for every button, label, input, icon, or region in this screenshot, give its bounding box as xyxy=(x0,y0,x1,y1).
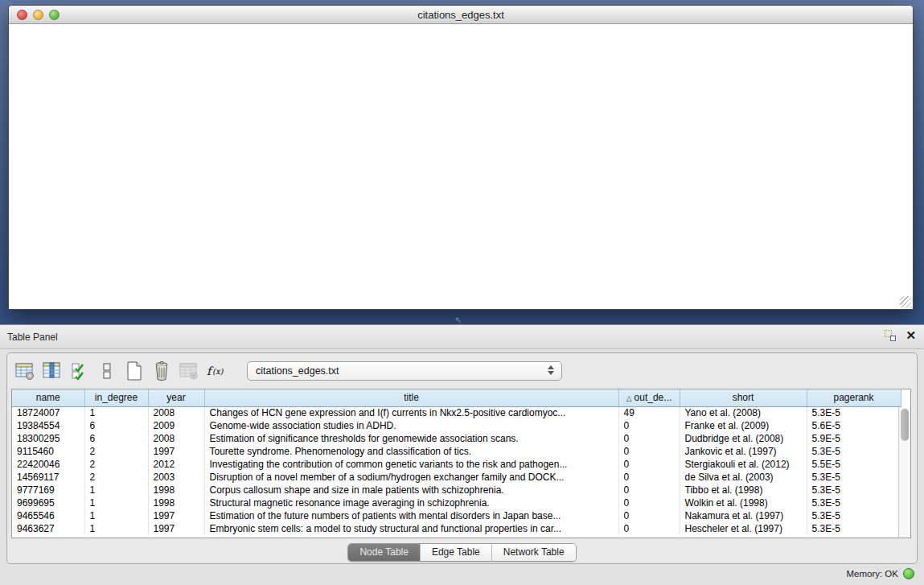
close-panel-icon[interactable]: ✕ xyxy=(906,330,916,341)
table-cell: Franke et al. (2009) xyxy=(680,419,807,432)
table-row[interactable]: 1456911722003Disruption of a novel membe… xyxy=(12,471,901,484)
table-source-dropdown[interactable]: citations_edges.txt xyxy=(247,361,562,381)
table-cell: Corpus callosum shape and size in male p… xyxy=(204,484,618,496)
new-table-icon[interactable] xyxy=(123,360,146,382)
table-row[interactable]: 969969511998Structural magnetic resonanc… xyxy=(12,496,901,509)
resize-grip[interactable] xyxy=(900,296,911,307)
table-cell: Dudbridge et al. (2008) xyxy=(680,432,807,445)
table-cell: 0 xyxy=(618,509,680,522)
table-cell: 9463627 xyxy=(12,522,84,535)
table-cell: 1998 xyxy=(148,484,204,496)
table-row[interactable]: 1872400712008Changes of HCN gene express… xyxy=(12,406,901,419)
svg-text:(x): (x) xyxy=(212,367,224,376)
table-cell: 2003 xyxy=(148,471,204,484)
table-cell: 2 xyxy=(84,458,148,471)
network-view[interactable] xyxy=(9,24,913,309)
table-row[interactable]: 2242004622012Investigating the contribut… xyxy=(12,458,901,471)
table-cell: Changes of HCN gene expression and I(f) … xyxy=(204,406,618,419)
table-cell: 0 xyxy=(618,432,680,445)
table-cell: 1 xyxy=(84,496,148,509)
table-cell: 6 xyxy=(84,432,148,445)
tab-node-table[interactable]: Node Table xyxy=(348,544,420,561)
table-settings-icon[interactable] xyxy=(14,360,36,382)
table-toolbar: f(x)citations_edges.txt xyxy=(7,353,917,389)
table-cell: 5.3E-5 xyxy=(807,445,901,458)
table-cell: Tourette syndrome. Phenomenology and cla… xyxy=(204,445,618,458)
table-cell: Tibbo et al. (1998) xyxy=(680,484,807,496)
table-cell: Structural magnetic resonance image aver… xyxy=(204,496,618,509)
tab-edge-table[interactable]: Edge Table xyxy=(420,544,491,561)
table-row[interactable]: 1938455462009Genome-wide association stu… xyxy=(12,419,901,432)
network-window[interactable]: citations_edges.txt xyxy=(8,5,914,310)
table-cell: Wolkin et al. (1998) xyxy=(680,496,807,509)
select-rows-icon[interactable] xyxy=(68,360,91,382)
table-cell: Yano et al. (2008) xyxy=(680,406,807,419)
table-cell: 2 xyxy=(84,471,148,484)
table-cell: Embryonic stem cells: a model to study s… xyxy=(204,522,618,535)
table-cell: Estimation of significance thresholds fo… xyxy=(204,432,618,445)
table-cell: 0 xyxy=(618,471,680,484)
table-cell: 0 xyxy=(618,484,680,496)
table-cell: 1 xyxy=(84,522,148,535)
table-cell: 5.3E-5 xyxy=(807,484,901,496)
delete-table-disabled-icon[interactable] xyxy=(178,360,200,382)
float-window-icon[interactable] xyxy=(885,330,896,341)
table-cell: Nakamura et al. (1997) xyxy=(680,509,807,522)
table-panel-body: f(x)citations_edges.txt namein_degreeyea… xyxy=(6,352,918,564)
table-cell: 5.5E-5 xyxy=(807,458,901,471)
column-header-pagerank[interactable]: pagerank xyxy=(807,389,901,406)
select-column-icon[interactable] xyxy=(41,360,64,382)
column-header-title[interactable]: title xyxy=(204,389,618,406)
table-cell: 2009 xyxy=(148,419,204,432)
table-cell: 0 xyxy=(618,445,680,458)
function-builder-icon[interactable]: f(x) xyxy=(205,360,228,382)
table-cell: Investigating the contribution of common… xyxy=(204,458,618,471)
table-cell: 9777169 xyxy=(12,484,84,496)
table-cell: 9115460 xyxy=(12,445,84,458)
table-cell: 1998 xyxy=(148,496,204,509)
table-cell: 0 xyxy=(618,419,680,432)
table-scrollbar-thumb[interactable] xyxy=(901,409,909,441)
table-cell: 5.3E-5 xyxy=(807,471,901,484)
table-cell: de Silva et al. (2003) xyxy=(680,471,807,484)
table-cell: 19384554 xyxy=(12,419,84,432)
table-scrollbar[interactable] xyxy=(898,407,910,538)
table-cell: 1 xyxy=(84,509,148,522)
delete-trash-icon[interactable] xyxy=(150,360,173,382)
column-header-year[interactable]: year xyxy=(148,389,204,406)
table-cell: 9465546 xyxy=(12,509,84,522)
table-row[interactable]: 946362711997Embryonic stem cells: a mode… xyxy=(12,522,901,535)
column-header-in-degree[interactable]: in_degree xyxy=(84,389,148,406)
table-cell: 1 xyxy=(84,484,148,496)
table-tabs: Node TableEdge TableNetwork Table xyxy=(347,543,576,562)
table-row[interactable]: 946554611997Estimation of the future num… xyxy=(12,509,901,522)
column-header-out-de-[interactable]: △out_de... xyxy=(618,389,680,406)
table-cell: 6 xyxy=(84,419,148,432)
table-cell: 18300295 xyxy=(12,432,84,445)
table-row[interactable]: 911546021997Tourette syndrome. Phenomeno… xyxy=(12,445,901,458)
dropdown-stepper-icon xyxy=(548,365,554,375)
table-panel-title: Table Panel xyxy=(7,332,58,343)
table-panel: Table Panel ✕ f(x)citations_edges.txt na… xyxy=(0,324,924,585)
table-row[interactable]: 977716911998Corpus callosum shape and si… xyxy=(12,484,901,496)
memory-status-label: Memory: OK xyxy=(846,569,898,579)
table-cell: Hescheler et al. (1997) xyxy=(680,522,807,535)
tab-network-table[interactable]: Network Table xyxy=(491,544,576,561)
column-header-short[interactable]: short xyxy=(680,389,807,406)
table-cell: 0 xyxy=(618,496,680,509)
table-panel-header: Table Panel ✕ xyxy=(0,325,924,349)
table-cell: 9699695 xyxy=(12,496,84,509)
desktop-background: citations_edges.txt ↖ Table Panel ✕ f(x)… xyxy=(0,0,924,585)
table-row[interactable]: 1830029562008Estimation of significance … xyxy=(12,432,901,445)
node-table-grid: namein_degreeyeartitle△out_de...shortpag… xyxy=(12,389,901,535)
table-cell: Stergiakouli et al. (2012) xyxy=(680,458,807,471)
splitter-cursor-icon: ↖ xyxy=(455,315,462,324)
window-titlebar[interactable]: citations_edges.txt xyxy=(9,6,913,24)
table-cell: 5.6E-5 xyxy=(807,419,901,432)
window-title: citations_edges.txt xyxy=(9,9,913,21)
column-header-name[interactable]: name xyxy=(12,389,84,406)
stacked-squares-icon[interactable] xyxy=(96,360,118,382)
table-cell: 5.3E-5 xyxy=(807,406,901,419)
table-cell: Estimation of the future numbers of pati… xyxy=(204,509,618,522)
node-table: namein_degreeyeartitle△out_de...shortpag… xyxy=(11,389,911,538)
